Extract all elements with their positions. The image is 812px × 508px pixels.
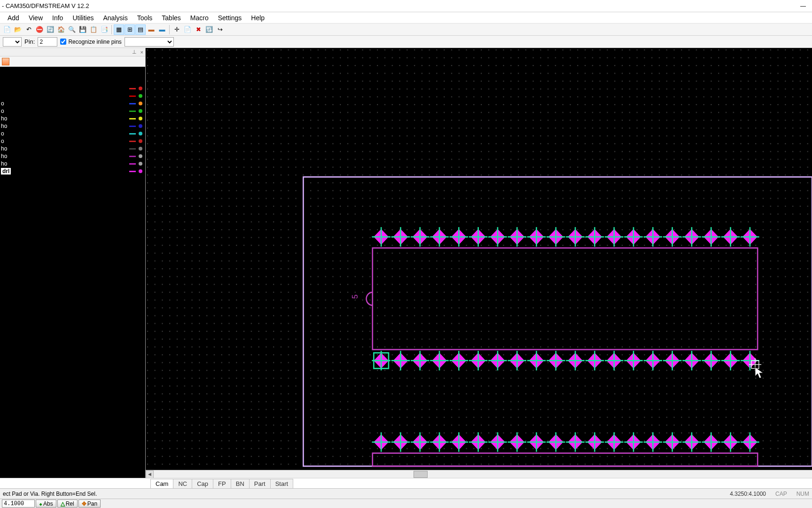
tool-report2-icon[interactable]: 📑 xyxy=(99,24,109,35)
tool-copy-icon[interactable]: 📄 xyxy=(182,24,193,35)
tab-start[interactable]: Start xyxy=(270,479,293,488)
main-toolbar: 📄 📂 ↶ ⛔ 🔄 🏠 🔍 💾 📋 📑 ▦ ⊞ ▤ ▬ ▬ ✛ 📄 ✖ 🔃 ↪ xyxy=(0,24,812,36)
layer-swatches xyxy=(129,154,142,158)
layers-panel: ⊥ × oohohooohohohodrl xyxy=(0,48,146,478)
scroll-left-icon[interactable]: ◀ xyxy=(146,470,154,478)
tab-nc[interactable]: NC xyxy=(173,479,192,488)
status-right: 4.3250:4.1000 CAP NUM xyxy=(730,491,809,497)
pcb-canvas[interactable]: 5 xyxy=(146,48,812,478)
layer-swatches xyxy=(129,169,142,173)
layer-name: ho xyxy=(1,123,7,129)
tab-cap[interactable]: Cap xyxy=(192,479,213,488)
menu-macro[interactable]: Macro xyxy=(186,13,213,23)
menu-tables[interactable]: Tables xyxy=(157,13,185,23)
panel-close-icon[interactable]: × xyxy=(141,49,143,55)
tool-target-icon[interactable]: ✛ xyxy=(172,24,182,35)
layer-row[interactable]: ho xyxy=(0,145,145,152)
panel-header: ⊥ × xyxy=(0,48,145,56)
recognize-inline-checkbox[interactable]: Recognize inline pins xyxy=(60,39,121,45)
layer-name: o xyxy=(1,108,4,114)
layer-color-dot-icon xyxy=(139,94,142,98)
layer-color-line-icon xyxy=(129,163,136,165)
layer-swatches xyxy=(129,139,142,143)
layer-color-dot-icon xyxy=(139,87,142,90)
layer-swatches xyxy=(129,132,142,135)
layer-row[interactable] xyxy=(0,92,145,100)
tool-home-icon[interactable]: 🏠 xyxy=(56,24,66,35)
layer-row[interactable]: ho xyxy=(0,122,145,130)
layer-color-line-icon xyxy=(129,141,136,142)
tab-fp[interactable]: FP xyxy=(213,479,231,488)
layer-row[interactable]: ho xyxy=(0,115,145,122)
tool-delete-icon[interactable]: ✖ xyxy=(193,24,203,35)
status-coord: 4.3250:4.1000 xyxy=(730,491,766,497)
tool-report1-icon[interactable]: 📋 xyxy=(88,24,99,35)
layer-row[interactable]: drl xyxy=(0,167,145,175)
secondary-select[interactable] xyxy=(125,37,174,47)
tool-open-icon[interactable]: 📂 xyxy=(13,24,23,35)
layer-color-line-icon xyxy=(129,126,136,127)
menu-view[interactable]: View xyxy=(24,13,47,23)
tab-part[interactable]: Part xyxy=(249,479,271,488)
tool-grid1-icon[interactable]: ▦ xyxy=(114,24,124,35)
coord-rel-button[interactable]: △Rel xyxy=(57,500,78,508)
window-title: - CAM350/DFMSTREAM V 12.2 xyxy=(2,2,89,9)
tool-undo-icon[interactable]: ↶ xyxy=(23,24,34,35)
tool-grid3-icon[interactable]: ▤ xyxy=(135,24,146,35)
minimize-button[interactable]: — xyxy=(800,3,806,9)
tool-stop-icon[interactable]: ⛔ xyxy=(34,24,45,35)
menu-analysis[interactable]: Analysis xyxy=(99,13,133,23)
coord-pan-button[interactable]: ✥Pan xyxy=(78,500,101,508)
coord-input[interactable] xyxy=(2,500,35,508)
menu-bar: Add View Info Utilities Analysis Tools T… xyxy=(0,12,812,24)
menu-utilities[interactable]: Utilities xyxy=(68,13,98,23)
layer-list[interactable]: oohohooohohohodrl xyxy=(0,67,145,478)
layer-row[interactable]: ho xyxy=(0,160,145,167)
menu-info[interactable]: Info xyxy=(47,13,68,23)
menu-settings[interactable]: Settings xyxy=(213,13,247,23)
menu-add[interactable]: Add xyxy=(3,13,24,23)
status-cap: CAP xyxy=(775,491,787,497)
pin-input[interactable] xyxy=(38,37,57,47)
tool-export-icon[interactable]: ↪ xyxy=(215,24,225,35)
bottom-tabs: Cam NC Cap FP BN Part Start xyxy=(0,478,812,488)
layer-row[interactable]: o xyxy=(0,100,145,107)
menu-help[interactable]: Help xyxy=(246,13,269,23)
panel-tool-icon[interactable] xyxy=(2,58,9,65)
layer-color-dot-icon xyxy=(139,147,142,151)
layer-row[interactable]: o xyxy=(0,107,145,115)
tool-save-icon[interactable]: 💾 xyxy=(78,24,88,35)
tab-bn[interactable]: BN xyxy=(231,479,250,488)
horizontal-scrollbar[interactable]: ◀ xyxy=(146,470,812,478)
canvas-viewport[interactable]: 5 ◀ xyxy=(146,48,812,478)
panel-pin-icon[interactable]: ⊥ xyxy=(132,49,137,55)
layer-color-line-icon xyxy=(129,103,136,104)
scroll-thumb[interactable] xyxy=(414,471,428,478)
layer-name: ho xyxy=(1,160,7,167)
tool-refresh-icon[interactable]: 🔄 xyxy=(45,24,55,35)
tool-zoom-icon[interactable]: 🔍 xyxy=(67,24,77,35)
layer-row[interactable] xyxy=(0,85,145,92)
tool-color1-icon[interactable]: ▬ xyxy=(146,24,156,35)
panel-toolbar xyxy=(0,56,145,67)
layer-color-dot-icon xyxy=(139,169,142,173)
layer-swatches xyxy=(129,94,142,98)
layer-swatches xyxy=(129,162,142,166)
tool-grid2-icon[interactable]: ⊞ xyxy=(125,24,135,35)
layer-row[interactable]: o xyxy=(0,130,145,137)
mode-select[interactable] xyxy=(3,37,22,47)
tab-cam[interactable]: Cam xyxy=(150,479,173,488)
menu-tools[interactable]: Tools xyxy=(133,13,157,23)
coord-abs-button[interactable]: ⬥Abs xyxy=(36,500,56,508)
layer-color-dot-icon xyxy=(139,162,142,166)
layer-swatches xyxy=(129,102,142,105)
tool-new-icon[interactable]: 📄 xyxy=(2,24,12,35)
layer-color-line-icon xyxy=(129,171,136,172)
layer-color-dot-icon xyxy=(139,154,142,158)
status-bar: ect Pad or Via. Right Button=End Sel. 4.… xyxy=(0,488,812,499)
tool-reload-icon[interactable]: 🔃 xyxy=(204,24,214,35)
layer-row[interactable]: o xyxy=(0,137,145,145)
tool-color2-icon[interactable]: ▬ xyxy=(157,24,167,35)
layer-row[interactable]: ho xyxy=(0,152,145,160)
recognize-inline-check-input[interactable] xyxy=(60,39,66,45)
